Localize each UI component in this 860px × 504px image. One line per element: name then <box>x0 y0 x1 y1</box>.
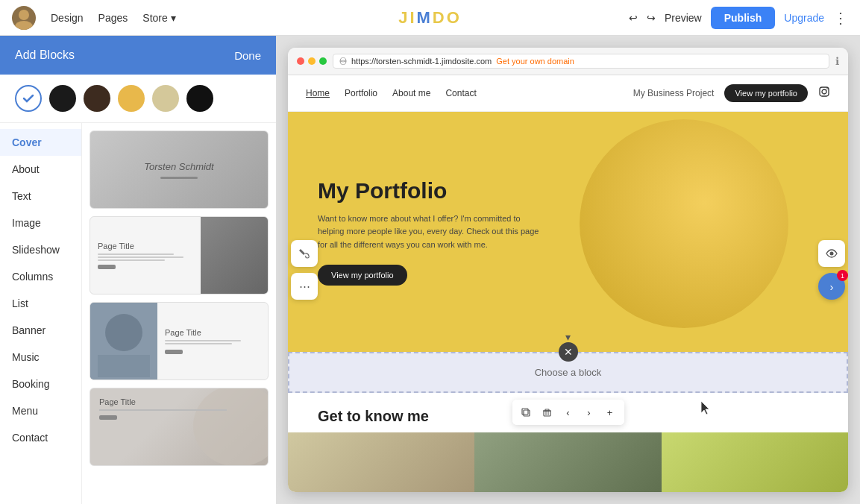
site-nav-contact[interactable]: Contact <box>445 88 476 98</box>
publish-button[interactable]: Publish <box>711 7 776 29</box>
sidebar-item-image[interactable]: Image <box>0 210 81 236</box>
topbar: Design Pages Store ▾ JIMDO ↩ ↪ Preview P… <box>0 0 860 36</box>
side-nav: Cover About Text Image Slideshow Columns… <box>0 123 82 504</box>
design-nav[interactable]: Design <box>51 12 84 24</box>
info-icon[interactable]: ℹ <box>835 55 839 67</box>
sidebar-item-menu[interactable]: Menu <box>0 397 81 424</box>
sidebar-item-contact[interactable]: Contact <box>0 424 81 451</box>
block-move-down-button[interactable]: › <box>580 403 599 422</box>
thumb-3-title: Page Title <box>165 328 260 337</box>
eye-float-button[interactable] <box>818 240 845 267</box>
image-row <box>288 432 848 492</box>
sidebar-item-music[interactable]: Music <box>0 344 81 371</box>
site-cta-button[interactable]: View my portfolio <box>724 84 808 102</box>
thumb-3-right: Page Title <box>157 303 268 379</box>
browser-dot-red <box>297 57 304 65</box>
topbar-left: Design Pages Store ▾ <box>12 6 176 30</box>
svg-point-7 <box>822 89 826 94</box>
more-float-button[interactable]: ⋯ <box>291 273 318 300</box>
block-thumb-2[interactable]: Page Title <box>90 216 269 294</box>
panel-body: Cover About Text Image Slideshow Columns… <box>0 123 276 504</box>
swatch-darkblack[interactable] <box>186 85 213 112</box>
redo-button[interactable]: ↪ <box>647 12 656 24</box>
site-nav-home[interactable]: Home <box>306 88 330 98</box>
avatar[interactable] <box>12 6 36 30</box>
choose-block-label: Choose a block <box>535 367 602 378</box>
more-icon[interactable]: ⋮ <box>833 9 848 27</box>
swatch-black[interactable] <box>49 85 76 112</box>
hero-description: Want to know more about what I offer? I'… <box>318 212 542 252</box>
pages-nav[interactable]: Pages <box>98 12 128 24</box>
block-thumb-4[interactable]: Page Title <box>90 388 269 466</box>
thumb-4-title: Page Title <box>99 397 259 406</box>
hero-title: My Portfolio <box>318 178 542 204</box>
block-add-button[interactable]: + <box>600 403 620 422</box>
sidebar-item-columns[interactable]: Columns <box>0 263 81 290</box>
preview-button[interactable]: Preview <box>665 12 702 24</box>
thumb-1-name: Torsten Schmidt <box>144 161 213 172</box>
browser-window: https://torsten-schmidt-1.jimdosite.com … <box>288 48 848 492</box>
chevron-down-icon: ▾ <box>565 331 571 343</box>
hero-cta-button[interactable]: View my portfolio <box>318 265 407 286</box>
swatch-check[interactable] <box>15 85 42 112</box>
browser-dot-green <box>319 57 327 65</box>
site-nav: Home Portfolio About me Contact My Busin… <box>288 75 848 112</box>
paint-float-button[interactable] <box>291 240 318 267</box>
sidebar-item-banner[interactable]: Banner <box>0 317 81 344</box>
browser-bar: https://torsten-schmidt-1.jimdosite.com … <box>288 48 848 75</box>
get-to-know-section: Get to know me ‹ › + <box>288 393 848 432</box>
img-tile-1 <box>288 432 474 492</box>
block-thumb-1[interactable]: Torsten Schmidt <box>90 130 269 209</box>
svg-rect-9 <box>524 410 530 416</box>
chevron-down-icon: ▾ <box>171 12 176 24</box>
badge: 1 <box>837 270 848 281</box>
swatch-yellow[interactable] <box>118 85 145 112</box>
block-move-up-button[interactable]: ‹ <box>559 403 578 422</box>
site-nav-title: My Business Project <box>633 88 715 98</box>
instagram-icon[interactable] <box>818 86 830 101</box>
choose-block-wrapper: ✕ Choose a block <box>288 352 848 393</box>
next-float-button[interactable]: 1 › <box>818 273 845 300</box>
svg-rect-11 <box>544 411 550 416</box>
block-delete-button[interactable] <box>538 403 557 422</box>
svg-point-1 <box>15 21 33 30</box>
sidebar-item-cover[interactable]: Cover <box>0 129 81 156</box>
sidebar-item-slideshow[interactable]: Slideshow <box>0 236 81 263</box>
sidebar-item-booking[interactable]: Booking <box>0 371 81 397</box>
swatch-brown[interactable] <box>84 85 110 112</box>
site-nav-portfolio[interactable]: Portfolio <box>345 88 377 98</box>
svg-rect-4 <box>98 355 150 377</box>
img-tile-2 <box>474 432 661 492</box>
browser-url-promo: Get your own domain <box>496 57 574 66</box>
thumb-3-image <box>90 303 157 379</box>
hero-content: My Portfolio Want to know more about wha… <box>318 178 542 286</box>
block-toolbar: ‹ › + <box>512 400 624 425</box>
store-nav[interactable]: Store ▾ <box>142 12 175 24</box>
undo-button[interactable]: ↩ <box>629 12 638 24</box>
sidebar-item-text[interactable]: Text <box>0 183 81 210</box>
img-tile-3 <box>662 432 848 492</box>
site-nav-about[interactable]: About me <box>392 88 430 98</box>
hero-decoration <box>580 119 788 328</box>
thumb-2-image <box>201 217 268 294</box>
thumb-2-title: Page Title <box>98 242 193 251</box>
close-button[interactable]: ✕ <box>559 342 578 362</box>
store-nav-label: Store <box>142 12 167 24</box>
site-nav-right: My Business Project View my portfolio <box>633 84 830 102</box>
block-thumb-3[interactable]: Page Title <box>90 302 269 380</box>
right-area: https://torsten-schmidt-1.jimdosite.com … <box>276 36 860 504</box>
svg-point-16 <box>830 252 834 256</box>
panel-done-button[interactable]: Done <box>234 49 261 62</box>
sidebar-item-about[interactable]: About <box>0 156 81 183</box>
browser-url-bar[interactable]: https://torsten-schmidt-1.jimdosite.com … <box>333 54 829 69</box>
swatch-tan[interactable] <box>152 85 179 112</box>
svg-point-8 <box>826 88 828 89</box>
browser-dots <box>297 57 327 65</box>
upgrade-button[interactable]: Upgrade <box>784 12 824 24</box>
panel-title: Add Blocks <box>15 48 75 62</box>
site-nav-links: Home Portfolio About me Contact <box>306 88 477 98</box>
main-layout: Add Blocks Done Cover About Text Image S… <box>0 36 860 504</box>
sidebar-item-list[interactable]: List <box>0 290 81 317</box>
left-panel: Add Blocks Done Cover About Text Image S… <box>0 36 276 504</box>
block-copy-button[interactable] <box>517 403 536 422</box>
